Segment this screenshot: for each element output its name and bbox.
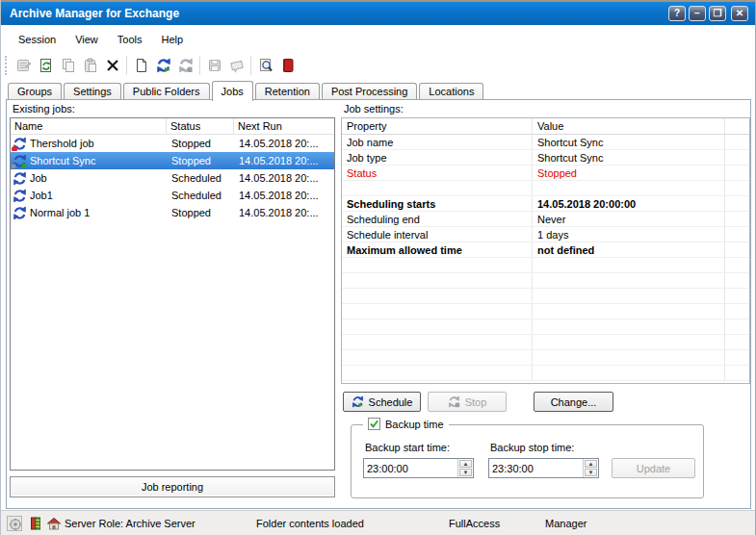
comment-icon[interactable] <box>225 56 248 76</box>
grid-row-empty <box>342 366 749 381</box>
job-next-run: 14.05.2018 20:... <box>234 190 334 201</box>
backup-stop-time-input[interactable] <box>489 459 583 477</box>
tab-groups[interactable]: Groups <box>8 83 62 100</box>
spin-up-button[interactable]: ▲ <box>459 460 472 468</box>
stop-button[interactable]: Stop <box>428 392 507 412</box>
server-role-text: Server Role: Archive Server <box>65 518 196 529</box>
job-next-run: 14.05.2018 20:... <box>234 138 334 149</box>
tab-post-processing[interactable]: Post Processing <box>322 83 417 100</box>
delete-icon[interactable] <box>101 56 123 76</box>
grid-row-empty <box>342 304 749 319</box>
setting-row-empty <box>342 181 749 196</box>
access-level-text: FullAccess <box>449 518 500 529</box>
existing-jobs-label: Existing jobs: <box>13 103 75 115</box>
job-next-run: 14.05.2018 20:... <box>234 172 334 184</box>
checkmark-icon <box>369 419 379 429</box>
log-icon[interactable] <box>276 56 299 76</box>
setting-row[interactable]: Job name Shortcut Sync <box>342 135 749 150</box>
job-settings-table: Property Value Job name Shortcut Sync Jo… <box>341 117 750 384</box>
spin-up-button[interactable]: ▲ <box>585 460 597 468</box>
backup-start-time-input[interactable] <box>364 459 457 477</box>
tab-retention[interactable]: Retention <box>255 83 320 100</box>
archive-status-icon <box>28 516 43 531</box>
menu-session[interactable]: Session <box>9 30 65 49</box>
setting-row[interactable]: Job type Shortcut Sync <box>342 150 749 166</box>
spin-down-button[interactable]: ▼ <box>585 469 597 476</box>
grid-row-empty <box>342 335 749 350</box>
job-row-shortcut-sync[interactable]: Shortcut Sync Stopped 14.05.2018 20:... <box>11 152 334 169</box>
app-window: Archive Manager for Exchange ? − ❐ ✕ Ses… <box>0 0 756 535</box>
maximize-button[interactable]: ❐ <box>709 6 726 21</box>
menu-view[interactable]: View <box>65 30 108 49</box>
setting-row[interactable]: Scheduling starts 14.05.2018 20:00:00 <box>342 196 749 212</box>
run-job-icon[interactable] <box>152 56 174 76</box>
toolbar-separator <box>126 56 127 75</box>
job-sync-gear-icon <box>13 154 27 168</box>
stop-job-icon[interactable] <box>174 56 196 76</box>
toolbar-gripper[interactable] <box>5 56 9 75</box>
close-button[interactable]: ✕ <box>731 6 748 21</box>
job-next-run: 14.05.2018 20:... <box>234 155 334 166</box>
spin-down-button[interactable]: ▼ <box>459 469 472 476</box>
gear-status-icon <box>7 516 22 531</box>
job-row-job1[interactable]: Job1 Scheduled 14.05.2018 20:... <box>11 187 334 204</box>
status-message-text: Folder contents loaded <box>256 518 364 529</box>
job-row-thershold-job[interactable]: Thershold job Stopped 14.05.2018 20:... <box>11 135 334 152</box>
toolbar <box>1 52 755 79</box>
setting-row[interactable]: Scheduling end Never <box>342 212 749 227</box>
column-header-status[interactable]: Status <box>167 118 234 134</box>
window-title: Archive Manager for Exchange <box>1 7 179 20</box>
save-icon[interactable] <box>203 56 225 76</box>
job-name: Thershold job <box>30 138 94 149</box>
job-name: Normal job 1 <box>30 207 90 218</box>
backup-start-label: Backup start time: <box>365 442 450 453</box>
settings-header: Property Value <box>342 118 749 135</box>
jobs-list: Name Status Next Run Thershold job Stopp… <box>10 117 335 471</box>
backup-time-group: Backup time Backup start time: Backup st… <box>351 424 704 498</box>
new-job-icon[interactable] <box>130 56 152 76</box>
paste-icon[interactable] <box>79 56 101 76</box>
green-arrow-icon <box>22 163 28 168</box>
stop-job-icon <box>448 395 460 408</box>
toolbar-separator <box>250 56 251 75</box>
backup-time-checkbox[interactable] <box>368 418 380 430</box>
refresh-icon[interactable] <box>35 56 57 76</box>
home-status-icon <box>46 516 62 531</box>
find-icon[interactable] <box>254 56 276 76</box>
backup-stop-label: Backup stop time: <box>490 442 574 453</box>
job-reporting-button[interactable]: Job reporting <box>10 476 335 497</box>
tab-strip: Groups Settings Public Folders Jobs Rete… <box>6 80 750 100</box>
menu-tools[interactable]: Tools <box>108 30 152 49</box>
minimize-button[interactable]: − <box>689 6 706 21</box>
window-controls: ? − ❐ ✕ <box>668 6 748 21</box>
column-header-value[interactable]: Value <box>533 118 725 134</box>
grid-row-empty <box>342 319 749 335</box>
change-button[interactable]: Change... <box>534 392 613 412</box>
grid-row-empty <box>342 273 749 289</box>
help-button[interactable]: ? <box>668 6 686 21</box>
tab-public-folders[interactable]: Public Folders <box>123 83 210 100</box>
tab-locations[interactable]: Locations <box>419 83 483 100</box>
toolbar-separator <box>199 56 200 75</box>
setting-row[interactable]: Schedule interval 1 days <box>342 227 749 242</box>
properties-icon[interactable] <box>13 56 35 76</box>
backup-start-time-spinner: ▲ ▼ <box>363 458 474 478</box>
column-header-property[interactable]: Property <box>342 118 533 134</box>
copy-icon[interactable] <box>57 56 79 76</box>
grid-row-empty <box>342 350 749 366</box>
grid-row-empty <box>342 289 749 304</box>
job-status: Stopped <box>167 138 234 149</box>
column-header-next-run[interactable]: Next Run <box>234 118 334 134</box>
job-row-normal-job-1[interactable]: Normal job 1 Stopped 14.05.2018 20:... <box>11 204 334 221</box>
job-status: Scheduled <box>167 172 234 184</box>
menu-help[interactable]: Help <box>151 30 193 49</box>
job-row-job[interactable]: Job Scheduled 14.05.2018 20:... <box>11 169 334 187</box>
schedule-button[interactable]: Schedule <box>343 392 421 412</box>
job-status: Stopped <box>167 155 234 166</box>
column-header-name[interactable]: Name <box>11 118 167 134</box>
setting-row-status[interactable]: Status Stopped <box>342 166 749 181</box>
tab-settings[interactable]: Settings <box>64 83 121 100</box>
tab-jobs[interactable]: Jobs <box>212 81 253 101</box>
update-button[interactable]: Update <box>612 458 695 478</box>
setting-row[interactable]: Maximum allowed time not defined <box>342 242 749 258</box>
